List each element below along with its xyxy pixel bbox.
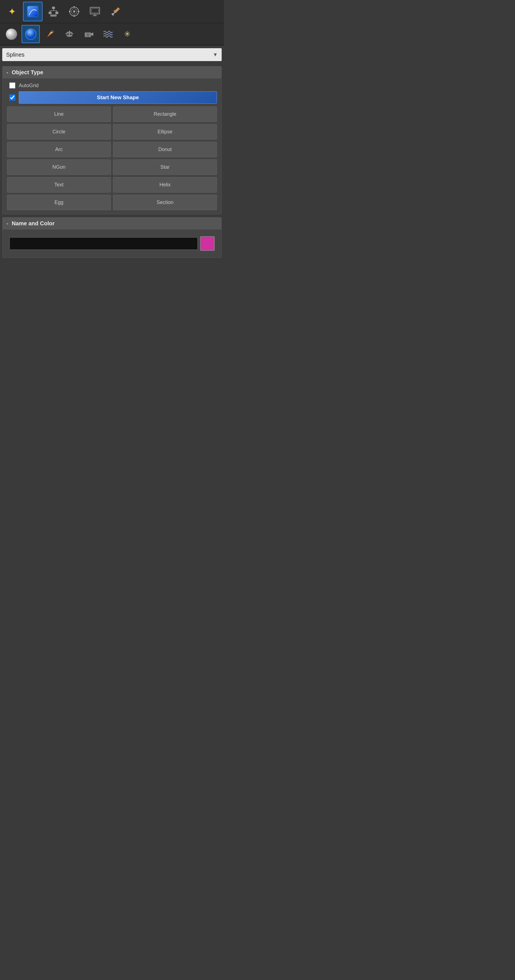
systems-toolbar-icon[interactable]: ✳ — [118, 25, 136, 43]
shapes-toolbar-icon[interactable] — [22, 25, 40, 43]
name-color-body — [3, 229, 222, 258]
svg-marker-33 — [91, 32, 93, 36]
helix-button[interactable]: Helix — [113, 177, 217, 192]
svg-point-14 — [69, 11, 71, 12]
dropdown-row: Splines NURBS Curves Extended Splines ▼ — [0, 45, 224, 64]
star-shape-button[interactable]: Star — [113, 159, 217, 175]
svg-point-26 — [67, 33, 69, 35]
lights-toolbar-icon[interactable] — [41, 25, 59, 43]
line-button[interactable]: Line — [7, 107, 111, 122]
tools-toolbar-icon[interactable] — [106, 2, 125, 21]
svg-point-13 — [74, 16, 75, 17]
object-type-body: AutoGrid Start New Shape Line Rectangle … — [3, 78, 222, 214]
waves-svg-icon — [103, 29, 114, 40]
color-swatch[interactable] — [200, 236, 215, 251]
ellipse-button[interactable]: Ellipse — [113, 124, 217, 140]
display-svg-icon — [89, 6, 101, 18]
robot-svg-icon — [64, 29, 75, 40]
splines-dropdown[interactable]: Splines NURBS Curves Extended Splines — [2, 48, 222, 61]
object-name-input[interactable] — [9, 237, 198, 250]
svg-rect-1 — [52, 7, 55, 9]
sphere-shape-icon — [6, 29, 17, 40]
svg-point-22 — [51, 32, 52, 33]
svg-point-35 — [87, 34, 89, 35]
motion-toolbar-icon[interactable] — [64, 2, 84, 21]
egg-button[interactable]: Egg — [7, 195, 111, 210]
sparkle-icon: ✳ — [124, 29, 130, 39]
svg-rect-0 — [27, 6, 38, 17]
svg-rect-8 — [51, 14, 57, 16]
circle-button[interactable]: Circle — [7, 124, 111, 140]
satellite-svg-icon — [44, 29, 56, 40]
svg-rect-28 — [68, 36, 71, 37]
rectangle-button[interactable]: Rectangle — [113, 107, 217, 122]
second-toolbar: ✳ — [0, 23, 224, 45]
svg-line-23 — [52, 30, 53, 32]
geometry-toolbar-icon[interactable] — [2, 25, 21, 43]
object-type-panel: - Object Type AutoGrid Start New Shape L… — [2, 66, 222, 215]
name-color-collapse-icon: - — [6, 220, 8, 227]
tools-svg-icon — [110, 6, 122, 18]
object-type-header[interactable]: - Object Type — [3, 67, 222, 78]
svg-line-24 — [52, 32, 54, 32]
start-new-shape-button[interactable]: Start New Shape — [19, 91, 217, 104]
svg-point-15 — [78, 11, 79, 12]
render-svg-icon — [27, 6, 39, 18]
camera-svg-icon — [83, 29, 94, 40]
autogrid-checkbox[interactable] — [9, 83, 16, 89]
svg-rect-17 — [91, 8, 98, 13]
svg-point-27 — [70, 33, 72, 35]
render-toolbar-icon[interactable] — [23, 2, 43, 21]
object-type-collapse-icon: - — [6, 69, 8, 76]
name-color-title: Name and Color — [12, 220, 55, 227]
globe-shape-icon — [25, 29, 36, 40]
helpers-toolbar-icon[interactable] — [79, 25, 98, 43]
svg-rect-3 — [55, 12, 58, 14]
object-type-title: Object Type — [12, 69, 43, 76]
display-toolbar-icon[interactable] — [85, 2, 105, 21]
spacewarps-toolbar-icon[interactable] — [99, 25, 117, 43]
top-toolbar: ✦ — [0, 0, 224, 23]
hierarchy-svg-icon — [48, 6, 59, 18]
star-toolbar-icon[interactable]: ✦ — [2, 2, 22, 21]
name-color-panel: - Name and Color — [2, 217, 222, 258]
ngon-button[interactable]: NGon — [7, 159, 111, 175]
arc-button[interactable]: Arc — [7, 142, 111, 157]
svg-rect-2 — [49, 12, 52, 14]
motion-svg-icon — [68, 6, 80, 18]
hierarchy-toolbar-icon[interactable] — [44, 2, 63, 21]
name-color-header[interactable]: - Name and Color — [3, 218, 222, 229]
svg-point-12 — [74, 6, 75, 8]
name-color-input-row — [7, 234, 217, 254]
main-content: - Object Type AutoGrid Start New Shape L… — [0, 64, 224, 263]
donut-button[interactable]: Donut — [113, 142, 217, 157]
cameras-toolbar-icon[interactable] — [60, 25, 78, 43]
autogrid-row: AutoGrid — [7, 83, 217, 89]
svg-point-11 — [73, 10, 75, 13]
autogrid-label: AutoGrid — [19, 83, 39, 89]
svg-rect-29 — [69, 31, 70, 32]
start-new-shape-row: Start New Shape — [7, 91, 217, 104]
shape-buttons-grid: Line Rectangle Circle Ellipse Arc Donut — [7, 107, 217, 210]
section-button[interactable]: Section — [113, 195, 217, 210]
dropdown-wrapper: Splines NURBS Curves Extended Splines ▼ — [2, 48, 222, 61]
text-button[interactable]: Text — [7, 177, 111, 192]
start-new-shape-checkbox[interactable] — [9, 94, 16, 100]
